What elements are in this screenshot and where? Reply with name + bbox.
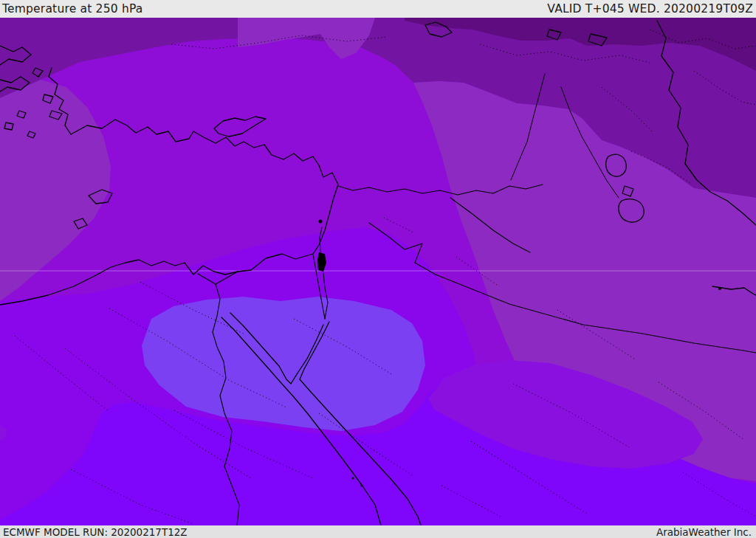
valid-time-label: VALID T+045 WED. 20200219T09Z <box>547 2 753 15</box>
sea-of-galilee <box>319 220 323 224</box>
red-sea-island <box>352 477 354 480</box>
map-title: Temperature at 250 hPa <box>2 2 143 15</box>
gulf-islet <box>718 287 721 290</box>
model-run-label: ECMWF MODEL RUN: 20200217T12Z <box>3 526 188 538</box>
attribution-label: ArabiaWeather Inc. <box>656 526 752 538</box>
header-bar: Temperature at 250 hPa VALID T+045 WED. … <box>0 0 756 18</box>
red-sea-island <box>361 485 363 487</box>
weather-map <box>0 18 756 525</box>
footer-bar: ECMWF MODEL RUN: 20200217T12Z ArabiaWeat… <box>0 525 756 538</box>
weather-map-container <box>0 18 756 525</box>
